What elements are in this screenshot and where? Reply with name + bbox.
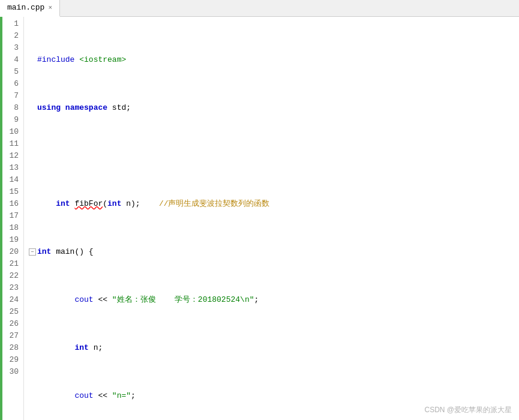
fold-btn-5[interactable]: − [29, 248, 36, 256]
line-num-19: 19 [2, 234, 19, 246]
code-line-8: cout << "n="; [29, 390, 519, 402]
code-line-4: int fibFor(int n); //声明生成斐波拉契数列的函数 [29, 198, 519, 210]
tab-close-button[interactable]: × [48, 4, 52, 11]
line-num-17: 17 [2, 210, 19, 222]
editor-area: 1 2 3 4 5 6 7 8 9 10 11 12 13 14 15 16 1… [0, 17, 519, 420]
line-num-30: 30 [2, 366, 19, 378]
line-num-18: 18 [2, 222, 19, 234]
line-numbers: 1 2 3 4 5 6 7 8 9 10 11 12 13 14 15 16 1… [2, 17, 24, 420]
tab-filename: main.cpp [7, 3, 44, 12]
line-num-28: 28 [2, 342, 19, 354]
line-num-29: 29 [2, 354, 19, 366]
tab-main-cpp[interactable]: main.cpp × [0, 0, 60, 17]
line-num-2: 2 [2, 30, 19, 42]
line-num-5: 5 [2, 66, 19, 78]
line-num-21: 21 [2, 258, 19, 270]
line-num-4: 4 [2, 54, 19, 66]
line-num-20: 20 [2, 246, 19, 258]
code-line-1: #include <iostream> [29, 54, 519, 66]
line-num-10: 10 [2, 126, 19, 138]
line-num-24: 24 [2, 294, 19, 306]
line-num-11: 11 [2, 138, 19, 150]
line-num-12: 12 [2, 150, 19, 162]
line-num-26: 26 [2, 318, 19, 330]
line-num-16: 16 [2, 198, 19, 210]
code-line-2: using namespace std; [29, 102, 519, 114]
code-line-3 [29, 150, 519, 162]
line-num-6: 6 [2, 78, 19, 90]
line-num-1: 1 [2, 18, 19, 30]
line-num-3: 3 [2, 42, 19, 54]
line-num-8: 8 [2, 102, 19, 114]
line-num-22: 22 [2, 270, 19, 282]
line-num-9: 9 [2, 114, 19, 126]
line-num-7: 7 [2, 90, 19, 102]
tab-bar: main.cpp × [0, 0, 519, 17]
line-num-25: 25 [2, 306, 19, 318]
code-line-6: cout << "姓名：张俊 学号：201802524\n"; [29, 294, 519, 306]
line-num-14: 14 [2, 174, 19, 186]
code-content[interactable]: #include <iostream> using namespace std;… [24, 17, 519, 420]
code-line-5: −int main() { [29, 246, 519, 258]
line-num-23: 23 [2, 282, 19, 294]
code-line-7: int n; [29, 342, 519, 354]
line-num-13: 13 [2, 162, 19, 174]
line-num-27: 27 [2, 330, 19, 342]
line-num-15: 15 [2, 186, 19, 198]
watermark: CSDN @爱吃苹果的派大星 [424, 405, 512, 415]
